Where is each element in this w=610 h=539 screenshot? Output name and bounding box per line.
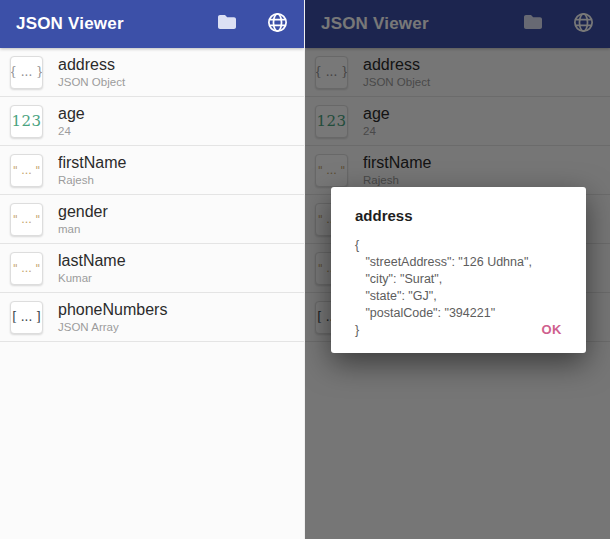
item-key: gender	[58, 202, 108, 221]
dialog-title: address	[331, 187, 586, 224]
app-bar: JSON Viewer	[0, 0, 304, 48]
folder-icon	[215, 10, 239, 38]
json-array-icon: [ ... ]	[10, 301, 43, 334]
list-item-age[interactable]: 123 age24	[0, 97, 304, 146]
item-key: firstName	[58, 153, 126, 172]
ok-button[interactable]: OK	[538, 318, 567, 341]
item-value: Kumar	[58, 271, 126, 285]
item-value: Rajesh	[58, 173, 126, 187]
json-string-icon: " ... "	[10, 203, 43, 236]
right-screen: JSON Viewer	[305, 0, 610, 539]
item-value: 24	[58, 124, 85, 138]
item-key: address	[58, 55, 125, 74]
open-file-button[interactable]	[214, 11, 240, 37]
app-bar-actions	[214, 11, 290, 37]
left-screen: JSON Viewer	[0, 0, 305, 539]
item-key: phoneNumbers	[58, 300, 167, 319]
load-url-button[interactable]	[264, 11, 290, 37]
globe-icon	[266, 11, 289, 38]
app-title: JSON Viewer	[16, 14, 214, 34]
json-string-icon: " ... "	[10, 154, 43, 187]
list-item-address[interactable]: { ... } addressJSON Object	[0, 48, 304, 97]
json-number-icon: 123	[10, 105, 43, 138]
address-value-dialog: address { "streetAddress": "126 Udhna", …	[331, 187, 586, 353]
list-item-firstname[interactable]: " ... " firstNameRajesh	[0, 146, 304, 195]
item-type: JSON Array	[58, 320, 167, 334]
list-item-lastname[interactable]: " ... " lastNameKumar	[0, 244, 304, 293]
list-item-gender[interactable]: " ... " genderman	[0, 195, 304, 244]
list-item-phonenumbers[interactable]: [ ... ] phoneNumbersJSON Array	[0, 293, 304, 342]
item-key: age	[58, 104, 85, 123]
json-object-icon: { ... }	[10, 56, 43, 89]
item-key: lastName	[58, 251, 126, 270]
item-value: man	[58, 222, 108, 236]
json-string-icon: " ... "	[10, 252, 43, 285]
double-screenshot: JSON Viewer	[0, 0, 610, 539]
item-type: JSON Object	[58, 75, 125, 89]
json-key-list: { ... } addressJSON Object 123 age24 " .…	[0, 48, 304, 342]
